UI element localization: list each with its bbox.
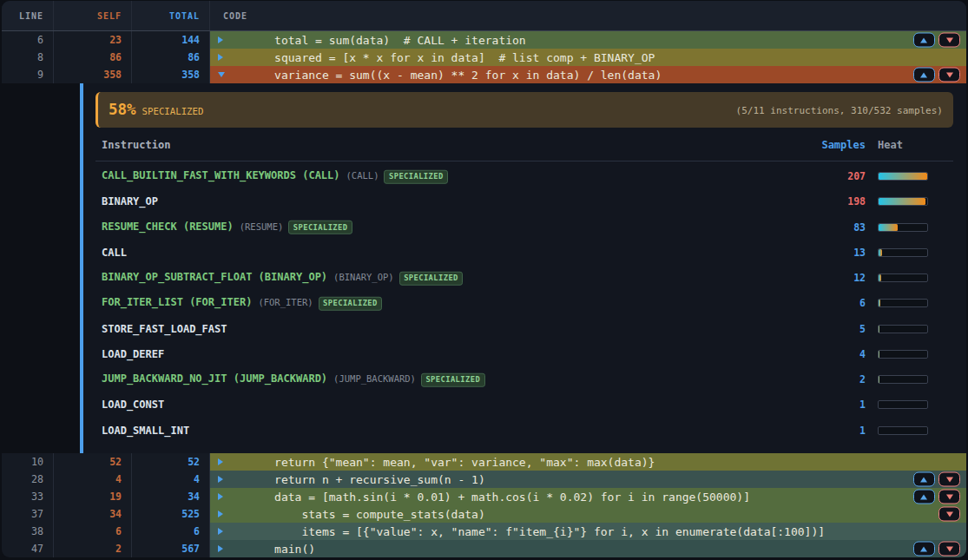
instruction-column-label: Instruction bbox=[102, 139, 170, 151]
heat-bar-track bbox=[878, 299, 928, 307]
move-down-button[interactable] bbox=[938, 472, 960, 487]
heat-bar-fill bbox=[879, 173, 927, 180]
move-down-button[interactable] bbox=[938, 507, 960, 522]
instruction-row: STORE_FAST_LOAD_FAST5 bbox=[2, 316, 966, 341]
line-number: 33 bbox=[2, 488, 54, 505]
instruction-row: FOR_ITER_LIST (FOR_ITER)(FOR_ITER)SPECIA… bbox=[2, 291, 966, 316]
self-samples-value: 6 bbox=[54, 523, 132, 540]
heat-bar-track bbox=[878, 350, 928, 359]
line-number: 10 bbox=[2, 453, 54, 471]
instruction-row: BINARY_OP_SUBTRACT_FLOAT (BINARY_OP)(BIN… bbox=[2, 266, 966, 291]
instruction-name-group: CALL bbox=[102, 247, 127, 259]
line-number: 6 bbox=[2, 31, 54, 49]
instruction-name-group: LOAD_SMALL_INT bbox=[102, 425, 189, 437]
self-samples-value: 2 bbox=[54, 540, 132, 557]
heat-bar-track bbox=[878, 400, 928, 409]
code-rows-bottom: 105252 return {"mean": mean, "var": vari… bbox=[2, 453, 966, 557]
specialized-label: SPECIALIZED bbox=[142, 106, 204, 117]
instruction-name-group: LOAD_DEREF bbox=[102, 348, 164, 360]
heat-bar-fill bbox=[879, 224, 898, 231]
code-header-label: CODE bbox=[223, 11, 247, 21]
specialization-panel: 58%SPECIALIZED (5/11 instructions, 310/5… bbox=[2, 83, 966, 453]
code-line-row: 331934 data = [math.sin(i * 0.01) + math… bbox=[2, 488, 966, 505]
up-arrow-icon bbox=[920, 37, 927, 43]
code-text: items = [{"value": x, "name": f"item_{i}… bbox=[221, 525, 826, 538]
total-samples-value: 567 bbox=[132, 540, 210, 557]
code-line-row: 9358358 variance = sum((x - mean) ** 2 f… bbox=[2, 66, 966, 83]
heat-bar-fill bbox=[879, 249, 882, 256]
code-cell: main() bbox=[210, 540, 966, 557]
instruction-name-group: RESUME_CHECK (RESUME)(RESUME)SPECIALIZED bbox=[102, 220, 352, 234]
code-text: total = sum(data) # CALL + iteration bbox=[221, 34, 526, 47]
code-cell: stats = compute_stats(data) bbox=[210, 505, 966, 523]
code-cell: total = sum(data) # CALL + iteration bbox=[210, 31, 966, 49]
specialization-banner: 58%SPECIALIZED (5/11 instructions, 310/5… bbox=[95, 92, 953, 128]
code-cell: return n + recursive_sum(n - 1) bbox=[210, 471, 966, 488]
instruction-name: CALL_BUILTIN_FAST_WITH_KEYWORDS (CALL) bbox=[102, 169, 340, 181]
move-up-button[interactable] bbox=[913, 490, 935, 504]
move-down-button[interactable] bbox=[938, 542, 960, 557]
code-line-row: 3866 items = [{"value": x, "name": f"ite… bbox=[2, 523, 966, 540]
instruction-name-group: LOAD_CONST bbox=[102, 399, 164, 411]
specialized-badge: SPECIALIZED bbox=[384, 169, 448, 183]
instruction-base-opcode: (FOR_ITER) bbox=[258, 297, 313, 307]
heat-bar-track bbox=[878, 325, 928, 333]
instruction-row: LOAD_SMALL_INT1 bbox=[2, 418, 966, 443]
up-arrow-icon bbox=[920, 477, 927, 482]
heat-bar-track bbox=[878, 223, 928, 232]
total-samples-value: 52 bbox=[132, 453, 210, 471]
down-arrow-icon bbox=[946, 37, 953, 43]
self-samples-value: 52 bbox=[54, 453, 132, 471]
code-line-row: 472567 main() bbox=[2, 540, 966, 557]
move-up-button[interactable] bbox=[913, 33, 935, 48]
down-arrow-icon bbox=[946, 511, 953, 517]
instruction-name-group: CALL_BUILTIN_FAST_WITH_KEYWORDS (CALL)(C… bbox=[102, 169, 448, 184]
specialized-badge: SPECIALIZED bbox=[399, 271, 464, 285]
instruction-name: LOAD_DEREF bbox=[102, 348, 164, 360]
code-line-row: 3734525 stats = compute_stats(data) bbox=[2, 505, 966, 523]
down-arrow-icon bbox=[946, 494, 953, 499]
move-down-button[interactable] bbox=[938, 68, 960, 82]
line-number: 9 bbox=[2, 66, 54, 83]
down-arrow-icon bbox=[946, 546, 953, 551]
instruction-row: JUMP_BACKWARD_NO_JIT (JUMP_BACKWARD)(JUM… bbox=[2, 367, 966, 392]
self-samples-value: 23 bbox=[54, 31, 132, 49]
profile-table: LINE SELF TOTAL CODE 623144 total = sum(… bbox=[2, 1, 966, 557]
line-number: 28 bbox=[2, 471, 54, 488]
heat-bar-track bbox=[878, 273, 928, 282]
heat-bar-track bbox=[878, 426, 928, 435]
move-down-button[interactable] bbox=[938, 490, 960, 504]
samples-column-label: Samples bbox=[766, 139, 866, 151]
column-header-self: SELF bbox=[54, 1, 132, 30]
up-arrow-icon bbox=[920, 494, 927, 499]
specialization-meta: (5/11 instructions, 310/532 samples) bbox=[736, 104, 943, 115]
up-arrow-icon bbox=[920, 72, 927, 77]
instruction-samples-value: 4 bbox=[766, 348, 866, 360]
instruction-samples-value: 1 bbox=[766, 425, 866, 437]
specialized-badge: SPECIALIZED bbox=[288, 221, 352, 234]
instruction-samples-value: 198 bbox=[766, 195, 866, 208]
self-samples-value: 4 bbox=[54, 471, 132, 488]
heat-bar-fill bbox=[879, 300, 880, 306]
self-samples-value: 358 bbox=[54, 66, 132, 83]
code-line-row: 2844 return n + recursive_sum(n - 1) bbox=[2, 471, 966, 488]
move-down-button[interactable] bbox=[938, 33, 960, 48]
down-arrow-icon bbox=[946, 72, 953, 77]
instruction-samples-value: 2 bbox=[766, 373, 866, 385]
line-number: 8 bbox=[2, 49, 54, 66]
self-samples-value: 86 bbox=[54, 49, 132, 66]
code-text: stats = compute_stats(data) bbox=[221, 508, 485, 521]
move-up-button[interactable] bbox=[913, 68, 935, 82]
move-up-button[interactable] bbox=[913, 542, 935, 557]
total-samples-value: 358 bbox=[132, 66, 210, 83]
column-header-total: TOTAL bbox=[132, 1, 210, 30]
instruction-samples-value: 12 bbox=[766, 272, 866, 284]
instruction-base-opcode: (BINARY_OP) bbox=[333, 272, 394, 282]
code-line-row: 105252 return {"mean": mean, "var": vari… bbox=[2, 453, 966, 471]
code-cell: return {"mean": mean, "var": variance, "… bbox=[210, 453, 966, 471]
total-samples-value: 144 bbox=[132, 31, 210, 49]
instruction-row: CALL13 bbox=[2, 240, 966, 265]
instruction-samples-value: 83 bbox=[766, 221, 866, 234]
move-up-button[interactable] bbox=[913, 472, 935, 487]
line-number: 47 bbox=[2, 540, 54, 557]
